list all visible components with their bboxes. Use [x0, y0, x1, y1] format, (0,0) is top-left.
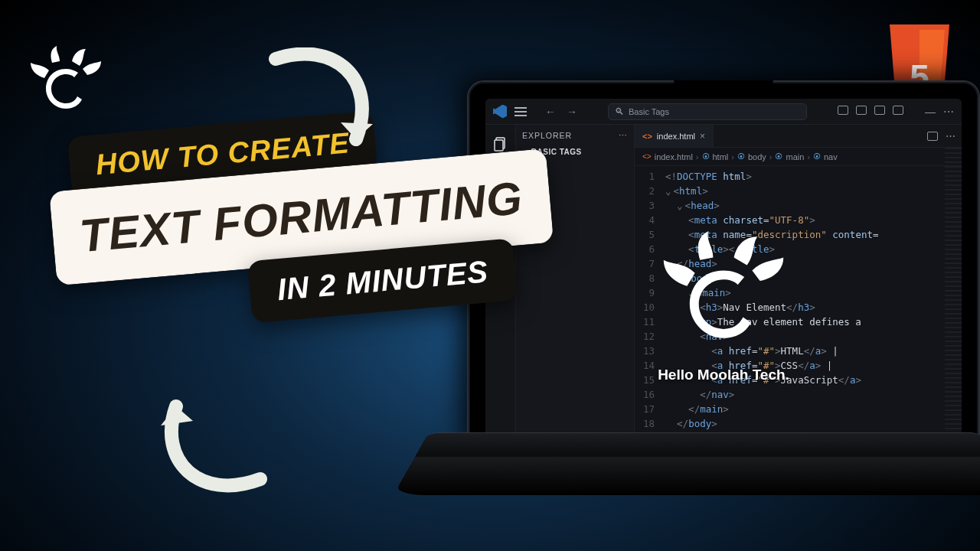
screen-caption: Hello Moolah Tech.: [485, 367, 962, 383]
layout-panel-right-icon[interactable]: [874, 106, 885, 115]
svg-marker-6: [341, 122, 373, 139]
search-text: Basic Tags: [629, 107, 669, 116]
layout-customize-icon[interactable]: [893, 106, 903, 115]
tab-close-icon[interactable]: ×: [700, 131, 705, 142]
nav-back-icon[interactable]: ←: [545, 106, 556, 118]
tab-filename: index.html: [657, 132, 695, 141]
window-minimize-icon[interactable]: —: [925, 106, 936, 118]
curved-arrow-top: [264, 47, 394, 162]
html-file-icon: <>: [642, 132, 652, 141]
curved-arrow-bottom: [145, 387, 268, 494]
tag-icon: ⦿: [737, 152, 745, 161]
vscode-window: ← → 🔍︎ Basic Tags — ⋯: [485, 99, 962, 435]
tag-icon: ⦿: [813, 152, 821, 161]
layout-panel-left-icon[interactable]: [838, 106, 848, 115]
command-center-search[interactable]: 🔍︎ Basic Tags: [608, 103, 807, 120]
tag-icon: ⦿: [775, 152, 782, 161]
search-icon: 🔍︎: [615, 106, 624, 117]
brand-logo-corner: [28, 44, 104, 121]
sidebar-more-icon[interactable]: ⋯: [619, 131, 628, 140]
editor-tabbar: <> index.html × ⋯: [635, 125, 962, 148]
window-more-icon[interactable]: ⋯: [943, 106, 954, 118]
tab-more-icon[interactable]: ⋯: [946, 130, 956, 142]
html-file-icon: <>: [642, 152, 652, 161]
layout-panel-bottom-icon[interactable]: [856, 106, 867, 115]
minimap[interactable]: [945, 148, 962, 435]
tag-icon: ⦿: [702, 152, 710, 161]
split-editor-icon[interactable]: [927, 132, 938, 141]
brand-logo-screen: [658, 229, 789, 359]
editor-tab-index[interactable]: <> index.html ×: [635, 125, 714, 147]
nav-forward-icon[interactable]: →: [567, 106, 577, 118]
svg-marker-7: [161, 406, 193, 425]
vscode-titlebar: ← → 🔍︎ Basic Tags — ⋯: [485, 99, 962, 125]
breadcrumbs[interactable]: <>index.html › ⦿html › ⦿body › ⦿main › ⦿…: [635, 148, 962, 166]
